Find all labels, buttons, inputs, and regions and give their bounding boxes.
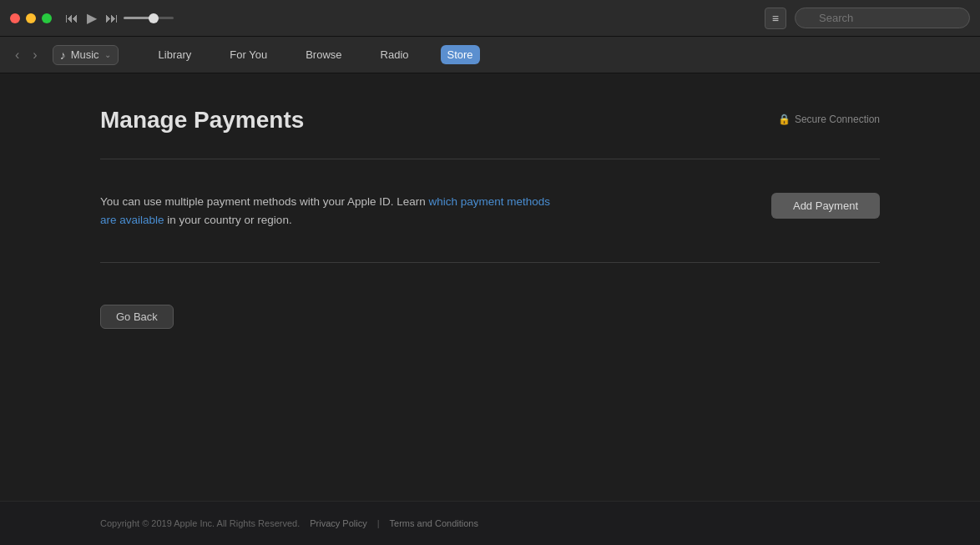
go-back-button[interactable]: Go Back: [100, 305, 174, 329]
volume-knob: [149, 13, 159, 23]
nav-links: Library For You Browse Radio Store: [152, 45, 480, 64]
volume-track: [124, 17, 174, 19]
volume-slider[interactable]: [124, 17, 174, 19]
music-app-icon: ♪: [60, 48, 66, 62]
close-button[interactable]: [10, 13, 20, 23]
transport-controls: ⏮ ▶ ⏭: [65, 10, 119, 26]
add-payment-button[interactable]: Add Payment: [771, 193, 880, 219]
nav-foryou[interactable]: For You: [223, 45, 274, 64]
back-button[interactable]: ‹: [10, 46, 24, 64]
search-area: ≡ 🔍: [765, 8, 970, 29]
play-button[interactable]: ▶: [87, 10, 97, 26]
minimize-button[interactable]: [26, 13, 36, 23]
rewind-button[interactable]: ⏮: [65, 11, 78, 26]
nav-store[interactable]: Store: [441, 45, 480, 64]
search-wrapper: 🔍: [795, 8, 970, 28]
payment-text-prefix: You can use multiple payment methods wit…: [100, 195, 428, 208]
list-view-button[interactable]: ≡: [765, 8, 786, 29]
app-picker[interactable]: ♪ Music ⌄: [53, 45, 119, 65]
nav-arrows: ‹ ›: [10, 46, 43, 64]
nav-library[interactable]: Library: [152, 45, 199, 64]
copyright-text: Copyright © 2019 Apple Inc. All Rights R…: [100, 518, 300, 528]
navbar: ‹ › ♪ Music ⌄ Library For You Browse Rad…: [0, 37, 980, 73]
secure-connection-label: Secure Connection: [795, 114, 880, 125]
page-title: Manage Payments: [100, 107, 304, 134]
bottom-divider: [100, 262, 880, 263]
app-picker-label: Music: [71, 48, 99, 61]
traffic-lights: [10, 13, 52, 23]
chevron-down-icon: ⌄: [104, 50, 111, 59]
search-input[interactable]: [795, 8, 970, 28]
main-content: Manage Payments 🔒 Secure Connection You …: [0, 73, 980, 329]
titlebar: ⏮ ▶ ⏭ ≡ 🔍: [0, 0, 980, 37]
maximize-button[interactable]: [42, 13, 52, 23]
payment-info-row: You can use multiple payment methods wit…: [100, 176, 880, 245]
nav-browse[interactable]: Browse: [299, 45, 348, 64]
top-divider: [100, 159, 880, 159]
footer-separator: |: [377, 518, 380, 528]
page-header: Manage Payments 🔒 Secure Connection: [100, 107, 880, 134]
lock-icon: 🔒: [778, 114, 791, 125]
secure-connection: 🔒 Secure Connection: [778, 114, 880, 125]
payment-description: You can use multiple payment methods wit…: [100, 193, 551, 229]
fastforward-button[interactable]: ⏭: [105, 11, 119, 26]
terms-and-conditions-link[interactable]: Terms and Conditions: [390, 518, 478, 528]
nav-radio[interactable]: Radio: [374, 45, 416, 64]
forward-button[interactable]: ›: [28, 46, 42, 64]
footer: Copyright © 2019 Apple Inc. All Rights R…: [0, 501, 980, 545]
payment-text-suffix: in your country or region.: [164, 214, 292, 226]
privacy-policy-link[interactable]: Privacy Policy: [310, 518, 366, 528]
